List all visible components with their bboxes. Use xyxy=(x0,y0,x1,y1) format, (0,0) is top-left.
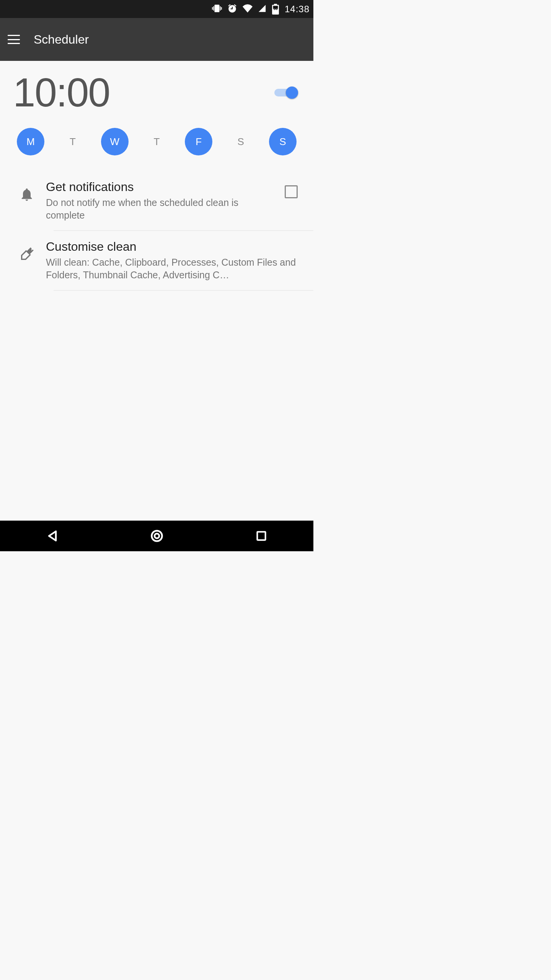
battery-level: 66 xyxy=(272,7,279,11)
item-customise-clean[interactable]: Customise clean Will clean: Cache, Clipb… xyxy=(0,230,313,290)
schedule-time[interactable]: 10:00 xyxy=(13,72,110,113)
customise-title: Customise clean xyxy=(46,240,297,254)
day-saturday[interactable]: S xyxy=(227,128,254,155)
status-clock: 14:38 xyxy=(285,4,310,15)
svg-point-0 xyxy=(152,531,162,541)
nav-home-button[interactable] xyxy=(134,529,180,543)
cell-signal-icon xyxy=(258,4,266,14)
menu-icon[interactable] xyxy=(8,35,20,44)
bell-icon xyxy=(8,180,46,202)
day-tuesday[interactable]: T xyxy=(59,128,86,155)
days-of-week: M T W T F S S xyxy=(0,116,313,171)
alarm-icon xyxy=(227,3,237,15)
action-bar: Scheduler xyxy=(0,18,313,61)
options-list: Get notifications Do not notify me when … xyxy=(0,171,313,290)
schedule-time-row: 10:00 xyxy=(0,61,313,116)
navigation-bar xyxy=(0,521,313,551)
nav-back-button[interactable] xyxy=(29,529,75,543)
notifications-checkbox[interactable] xyxy=(285,185,298,198)
schedule-toggle[interactable] xyxy=(274,86,298,100)
day-sunday[interactable]: S xyxy=(269,128,297,155)
vibrate-icon xyxy=(212,3,222,15)
battery-icon: 66 xyxy=(272,4,279,15)
wifi-icon xyxy=(243,4,253,14)
day-monday[interactable]: M xyxy=(17,128,44,155)
broom-icon xyxy=(8,240,46,262)
nav-recent-button[interactable] xyxy=(238,530,284,542)
svg-point-1 xyxy=(155,534,159,538)
customise-subtitle: Will clean: Cache, Clipboard, Processes,… xyxy=(46,256,297,281)
item-get-notifications[interactable]: Get notifications Do not notify me when … xyxy=(0,171,313,230)
status-bar: 66 14:38 xyxy=(0,0,313,18)
day-friday[interactable]: F xyxy=(185,128,212,155)
day-thursday[interactable]: T xyxy=(143,128,170,155)
notifications-title: Get notifications xyxy=(46,180,274,194)
svg-rect-2 xyxy=(257,532,265,540)
notifications-subtitle: Do not notify me when the scheduled clea… xyxy=(46,196,274,221)
day-wednesday[interactable]: W xyxy=(101,128,129,155)
content-pane: 10:00 M T W T F S S Get notifications Do… xyxy=(0,61,313,521)
page-title: Scheduler xyxy=(34,33,89,47)
